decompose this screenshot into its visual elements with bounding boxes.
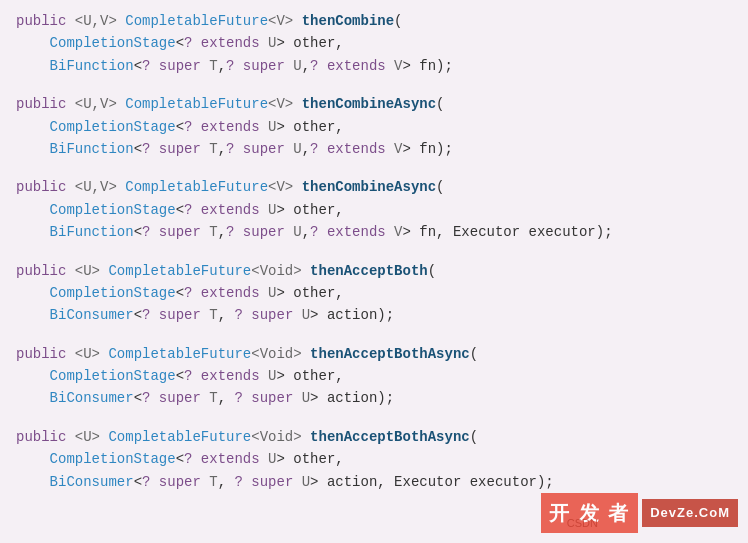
code-token: <Void> [251, 346, 301, 362]
code-token: extends [192, 368, 268, 384]
code-token: T [209, 307, 217, 323]
code-token: > action); [310, 390, 394, 406]
code-token: , [302, 58, 310, 74]
code-token: ? super [234, 390, 301, 406]
code-token: extends [192, 451, 268, 467]
code-token: <U,V> [75, 13, 117, 29]
code-token: CompletableFuture [100, 263, 251, 279]
code-token: <U,V> [75, 96, 117, 112]
code-token: < [134, 390, 142, 406]
code-token: < [176, 119, 184, 135]
code-token: extends [192, 35, 268, 51]
code-token: ? super [226, 141, 293, 157]
code-token: extends [192, 119, 268, 135]
code-block-block2: public <U,V> CompletableFuture<V> thenCo… [16, 93, 732, 160]
watermark-right: DevZe.CoM [642, 499, 738, 528]
code-line-4-2: BiConsumer<? super T, ? super U> action)… [16, 387, 732, 409]
code-token: thenAcceptBoth [310, 263, 428, 279]
code-token: <U> [75, 263, 100, 279]
code-line-4-0: public <U> CompletableFuture<Void> thenA… [16, 343, 732, 365]
code-token: > fn, Executor executor); [403, 224, 613, 240]
code-token [302, 346, 310, 362]
code-token: , [218, 141, 226, 157]
code-token: U [293, 141, 301, 157]
code-token: < [176, 202, 184, 218]
code-token: T [209, 474, 217, 490]
code-token: U [293, 58, 301, 74]
code-line-3-1: CompletionStage<? extends U> other, [16, 282, 732, 304]
code-token: > other, [276, 451, 343, 467]
code-token: CompletableFuture [117, 179, 268, 195]
code-token: thenCombine [302, 13, 394, 29]
code-line-5-0: public <U> CompletableFuture<Void> thenA… [16, 426, 732, 448]
code-token: BiConsumer [16, 474, 134, 490]
code-token: > other, [276, 35, 343, 51]
code-token: extends [192, 285, 268, 301]
code-token: > action, Executor executor); [310, 474, 554, 490]
code-token: < [134, 307, 142, 323]
code-token [293, 96, 301, 112]
code-token: , [218, 390, 235, 406]
code-token: > action); [310, 307, 394, 323]
code-token: thenCombineAsync [302, 96, 436, 112]
code-token: ? super [226, 58, 293, 74]
csdn-badge: CSDN [567, 515, 598, 533]
code-token: T [209, 141, 217, 157]
code-token: < [134, 474, 142, 490]
code-token: < [176, 451, 184, 467]
code-token: ? super [234, 474, 301, 490]
code-token: ? extends [310, 58, 394, 74]
code-token: extends [192, 202, 268, 218]
code-token: < [134, 58, 142, 74]
code-token: U [302, 390, 310, 406]
code-block-block5: public <U> CompletableFuture<Void> thenA… [16, 343, 732, 410]
code-token: BiConsumer [16, 307, 134, 323]
code-token: CompletionStage [16, 368, 176, 384]
code-block-block1: public <U,V> CompletableFuture<V> thenCo… [16, 10, 732, 77]
code-token: , [218, 224, 226, 240]
code-token: BiFunction [16, 224, 134, 240]
code-line-3-2: BiConsumer<? super T, ? super U> action)… [16, 304, 732, 326]
code-token: ? super [142, 141, 209, 157]
code-token [293, 179, 301, 195]
code-container: public <U,V> CompletableFuture<V> thenCo… [0, 0, 748, 543]
code-line-1-1: CompletionStage<? extends U> other, [16, 116, 732, 138]
code-token: <V> [268, 179, 293, 195]
code-token: ? super [226, 224, 293, 240]
code-token: <U,V> [75, 179, 117, 195]
code-token: < [176, 368, 184, 384]
code-token: , [302, 224, 310, 240]
code-line-4-1: CompletionStage<? extends U> other, [16, 365, 732, 387]
code-token: U [302, 307, 310, 323]
code-token: CompletionStage [16, 202, 176, 218]
code-token: <U> [75, 346, 100, 362]
code-token: CompletableFuture [117, 96, 268, 112]
code-block-block3: public <U,V> CompletableFuture<V> thenCo… [16, 176, 732, 243]
code-token: < [176, 35, 184, 51]
code-token: ( [428, 263, 436, 279]
code-token: <Void> [251, 429, 301, 445]
code-token: public [16, 263, 75, 279]
code-token: ( [394, 13, 402, 29]
code-token: BiConsumer [16, 390, 134, 406]
code-token: CompletableFuture [100, 429, 251, 445]
code-token: ? super [142, 307, 209, 323]
code-token: ( [436, 179, 444, 195]
code-token: <V> [268, 96, 293, 112]
code-token: , [218, 474, 235, 490]
code-token [293, 13, 301, 29]
code-token: CompletionStage [16, 119, 176, 135]
code-token: U [302, 474, 310, 490]
code-line-3-0: public <U> CompletableFuture<Void> thenA… [16, 260, 732, 282]
code-token: T [209, 390, 217, 406]
code-token: thenAcceptBothAsync [310, 429, 470, 445]
code-line-2-0: public <U,V> CompletableFuture<V> thenCo… [16, 176, 732, 198]
code-token: > other, [276, 285, 343, 301]
code-token: U [293, 224, 301, 240]
code-token: public [16, 179, 75, 195]
code-token: public [16, 96, 75, 112]
code-token: BiFunction [16, 141, 134, 157]
code-token: , [302, 141, 310, 157]
code-line-0-0: public <U,V> CompletableFuture<V> thenCo… [16, 10, 732, 32]
code-token: V [394, 141, 402, 157]
